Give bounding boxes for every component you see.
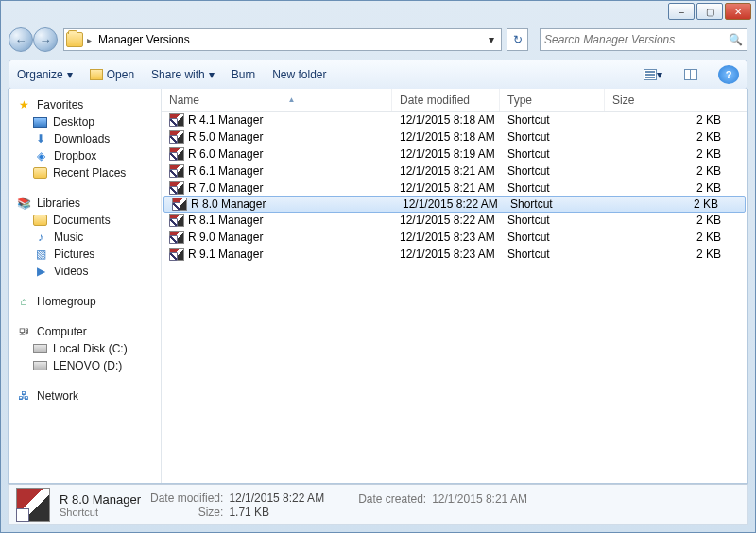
- pane-icon: [684, 69, 697, 80]
- shortcut-icon: [169, 147, 184, 161]
- file-date: 12/1/2015 8:23 AM: [392, 231, 500, 244]
- music-icon: ♪: [33, 231, 48, 244]
- sidebar-item-documents[interactable]: Documents: [12, 212, 157, 229]
- column-header-type[interactable]: Type: [500, 89, 605, 111]
- file-size: 2 KB: [605, 181, 747, 195]
- refresh-button[interactable]: ↻: [507, 28, 528, 51]
- sidebar-item-d-drive[interactable]: LENOVO (D:): [12, 357, 157, 374]
- preview-pane-button[interactable]: [680, 65, 701, 84]
- file-date: 12/1/2015 8:21 AM: [392, 181, 500, 195]
- new-folder-button[interactable]: New folder: [272, 68, 326, 81]
- file-size: 2 KB: [605, 147, 747, 161]
- maximize-button[interactable]: ▢: [696, 3, 723, 20]
- chevron-down-icon: ▾: [209, 68, 215, 81]
- file-name: R 9.1 Manager: [188, 248, 263, 261]
- file-name: R 6.0 Manager: [188, 147, 263, 161]
- sidebar-item-pictures[interactable]: ▧Pictures: [12, 246, 157, 263]
- homegroup[interactable]: ⌂Homegroup: [12, 293, 157, 310]
- file-name: R 9.0 Manager: [188, 231, 263, 244]
- dropbox-icon: ◈: [33, 149, 48, 163]
- file-row[interactable]: R 8.1 Manager12/1/2015 8:22 AMShortcut2 …: [162, 212, 747, 229]
- minimize-button[interactable]: –: [668, 3, 695, 20]
- computer-label: Computer: [37, 325, 87, 338]
- address-bar[interactable]: ▸ Manager Versions ▾: [63, 28, 502, 51]
- close-button[interactable]: ✕: [725, 3, 751, 20]
- column-header-size[interactable]: Size: [605, 89, 747, 111]
- file-row[interactable]: R 4.1 Manager12/1/2015 8:18 AMShortcut2 …: [162, 112, 747, 129]
- search-box[interactable]: 🔍: [540, 28, 747, 51]
- column-header-date[interactable]: Date modified: [392, 89, 500, 111]
- address-dropdown[interactable]: ▾: [484, 33, 499, 46]
- organize-button[interactable]: Organize ▾: [17, 68, 73, 81]
- sidebar-item-c-drive[interactable]: Local Disk (C:): [12, 340, 157, 357]
- folder-icon: [33, 167, 47, 179]
- column-name-label: Name: [169, 94, 199, 107]
- view-options-button[interactable]: ▾: [643, 65, 663, 84]
- sort-arrow-icon: ▲: [288, 95, 296, 104]
- file-size: 2 KB: [605, 164, 747, 178]
- open-button[interactable]: Open: [90, 68, 134, 81]
- shortcut-icon: [169, 113, 184, 127]
- network-group[interactable]: 🖧Network: [12, 387, 157, 404]
- share-with-label: Share with: [151, 68, 205, 81]
- file-row[interactable]: R 5.0 Manager12/1/2015 8:18 AMShortcut2 …: [162, 129, 747, 146]
- sidebar-item-desktop[interactable]: Desktop: [12, 113, 157, 130]
- libraries-label: Libraries: [37, 197, 80, 210]
- network-icon: 🖧: [16, 389, 31, 403]
- share-with-button[interactable]: Share with ▾: [151, 68, 215, 81]
- organize-label: Organize: [17, 68, 63, 81]
- sidebar-item-label: Dropbox: [54, 149, 96, 163]
- sidebar-item-videos[interactable]: ▶Videos: [12, 263, 157, 280]
- file-date: 12/1/2015 8:22 AM: [395, 198, 503, 211]
- chevron-down-icon: ▾: [657, 68, 662, 81]
- sidebar-item-downloads[interactable]: ⬇Downloads: [12, 130, 157, 147]
- open-icon: [90, 69, 103, 80]
- search-input[interactable]: [544, 33, 729, 46]
- column-header-name[interactable]: Name ▲: [162, 89, 392, 111]
- file-size: 2 KB: [608, 198, 745, 211]
- computer-group[interactable]: 🖳Computer: [12, 323, 157, 340]
- sidebar-item-label: Videos: [54, 265, 88, 278]
- shortcut-icon: [169, 130, 184, 144]
- file-row[interactable]: R 6.1 Manager12/1/2015 8:21 AMShortcut2 …: [162, 163, 747, 180]
- breadcrumb[interactable]: Manager Versions: [95, 32, 193, 47]
- sidebar-item-label: Desktop: [53, 115, 94, 129]
- file-row[interactable]: R 8.0 Manager12/1/2015 8:22 AMShortcut2 …: [163, 196, 746, 213]
- favorites-group[interactable]: ★Favorites: [12, 96, 157, 113]
- forward-button[interactable]: →: [33, 27, 58, 52]
- sidebar-item-label: Recent Places: [53, 166, 126, 180]
- file-type: Shortcut: [500, 147, 605, 161]
- file-list-pane: Name ▲ Date modified Type Size R 4.1 Man…: [162, 89, 747, 483]
- libraries-group[interactable]: 📚Libraries: [12, 195, 157, 212]
- file-date: 12/1/2015 8:18 AM: [392, 130, 500, 144]
- details-created-value: 12/1/2015 8:21 AM: [432, 492, 527, 506]
- sidebar-item-music[interactable]: ♪Music: [12, 229, 157, 246]
- details-file-type: Shortcut: [60, 507, 141, 518]
- sidebar-item-dropbox[interactable]: ◈Dropbox: [12, 147, 157, 164]
- shortcut-icon: [169, 164, 184, 178]
- file-size: 2 KB: [605, 130, 747, 144]
- details-file-name: R 8.0 Manager: [60, 492, 141, 507]
- sidebar-item-recent-places[interactable]: Recent Places: [12, 164, 157, 181]
- breadcrumb-separator: ▸: [87, 35, 92, 45]
- favorites-label: Favorites: [37, 98, 83, 112]
- burn-button[interactable]: Burn: [232, 68, 255, 81]
- window-title-bar: – ▢ ✕: [1, 1, 755, 26]
- file-type: Shortcut: [500, 181, 605, 195]
- file-row[interactable]: R 9.1 Manager12/1/2015 8:23 AMShortcut2 …: [162, 246, 747, 263]
- computer-icon: 🖳: [16, 325, 31, 338]
- file-name: R 5.0 Manager: [188, 130, 263, 144]
- file-row[interactable]: R 6.0 Manager12/1/2015 8:19 AMShortcut2 …: [162, 146, 747, 163]
- back-button[interactable]: ←: [9, 27, 33, 52]
- file-row[interactable]: R 7.0 Manager12/1/2015 8:21 AMShortcut2 …: [162, 180, 747, 197]
- open-label: Open: [107, 68, 134, 81]
- file-type: Shortcut: [500, 113, 605, 127]
- downloads-icon: ⬇: [33, 132, 48, 146]
- help-button[interactable]: ?: [718, 65, 739, 84]
- file-row[interactable]: R 9.0 Manager12/1/2015 8:23 AMShortcut2 …: [162, 229, 747, 246]
- file-size: 2 KB: [605, 214, 747, 227]
- file-list[interactable]: R 4.1 Manager12/1/2015 8:18 AMShortcut2 …: [162, 112, 747, 483]
- file-date: 12/1/2015 8:19 AM: [392, 147, 500, 161]
- shortcut-icon: [169, 181, 184, 195]
- sidebar-item-label: Pictures: [54, 248, 94, 261]
